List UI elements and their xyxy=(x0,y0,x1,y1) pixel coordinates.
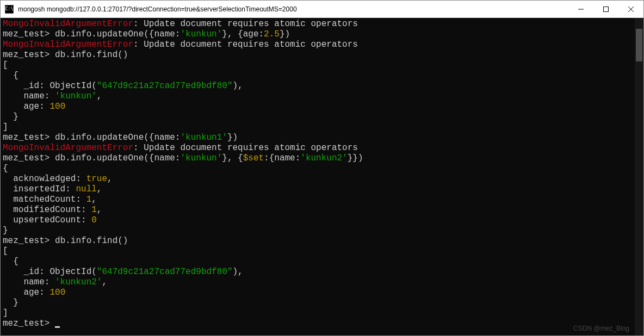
cmd-text: db.info.updateOne({ xyxy=(49,29,154,39)
comma: , xyxy=(91,195,97,204)
ack-key: acknowledged: xyxy=(3,174,86,184)
key: name xyxy=(154,153,175,163)
scrollbar-thumb[interactable] xyxy=(636,29,642,61)
error-msg: : Update document requires atomic operat… xyxy=(133,19,358,29)
ups-key: upsertedCount: xyxy=(3,215,91,225)
cursor xyxy=(55,326,60,328)
age-key: age: xyxy=(3,288,49,297)
operator: $set xyxy=(243,153,264,163)
prompt: mez_test> xyxy=(3,133,49,142)
cmd-text: db.info.find() xyxy=(49,50,128,60)
number-val: 0 xyxy=(91,215,97,225)
terminal-output[interactable]: MongoInvalidArgumentError: Update docume… xyxy=(1,18,635,335)
bool-val: true xyxy=(86,174,107,184)
close-icon xyxy=(628,7,634,12)
string-val: 'kunkun2' xyxy=(300,153,347,163)
error-text: MongoInvalidArgumentError xyxy=(3,19,133,29)
brace: } xyxy=(3,112,18,122)
number-val: 100 xyxy=(49,288,65,297)
string-val: 'kunkun' xyxy=(180,153,222,163)
close: ), xyxy=(232,81,243,91)
window-title: mongosh mongodb://127.0.0.1:27017/?direc… xyxy=(18,5,568,13)
error-text: MongoInvalidArgumentError xyxy=(3,40,133,49)
brace: { xyxy=(3,257,18,266)
colon: : xyxy=(259,29,264,39)
id-key: _id: xyxy=(3,81,49,91)
bracket: [ xyxy=(3,246,8,256)
string-val: 'kunkun2' xyxy=(55,277,102,287)
name-key: name: xyxy=(3,277,55,287)
match-key: matchedCount: xyxy=(3,195,86,204)
fn: ObjectId( xyxy=(49,81,96,91)
number-val: 1 xyxy=(91,205,97,215)
cmd-text: db.info.updateOne({ xyxy=(49,153,154,163)
cmd-text: }) xyxy=(227,133,238,142)
maximize-icon xyxy=(603,7,609,12)
comma: , xyxy=(97,91,102,101)
brace: } xyxy=(3,298,18,308)
comma: , xyxy=(102,277,107,287)
name-key: name: xyxy=(3,91,55,101)
string-val: 'kunkun' xyxy=(180,29,222,39)
cmd-text: :{ xyxy=(264,153,274,163)
minimize-icon xyxy=(578,7,584,12)
error-text: MongoInvalidArgumentError xyxy=(3,143,133,153)
prompt: mez_test> xyxy=(3,319,49,328)
prompt: mez_test> xyxy=(3,236,49,246)
comma: , xyxy=(97,205,102,215)
mod-key: modifiedCount: xyxy=(3,205,91,215)
string-val: 'kunkun' xyxy=(55,91,97,101)
brace: } xyxy=(3,226,8,235)
close-button[interactable] xyxy=(618,1,643,17)
number-val: 1 xyxy=(86,195,92,204)
bracket: ] xyxy=(3,122,8,132)
close: ), xyxy=(232,267,243,277)
terminal-wrapper: MongoInvalidArgumentError: Update docume… xyxy=(1,18,643,335)
svg-rect-1 xyxy=(604,7,609,11)
string-val: "647d9c21a27cad77ed9bdf80" xyxy=(97,267,233,277)
comma: , xyxy=(107,174,113,184)
fn: ObjectId( xyxy=(49,267,96,277)
comma: , xyxy=(97,184,102,194)
cmd-text: }, { xyxy=(222,153,243,163)
maximize-button[interactable] xyxy=(593,1,618,17)
brace: { xyxy=(3,164,8,173)
prompt: mez_test> xyxy=(3,29,49,39)
watermark: CSDN @mez_Blog xyxy=(573,325,629,332)
brace: { xyxy=(3,71,18,80)
cmd-text: }, { xyxy=(222,29,243,39)
age-key: age: xyxy=(3,102,49,111)
error-msg: : Update document requires atomic operat… xyxy=(133,40,358,49)
bracket: ] xyxy=(3,308,8,318)
prompt: mez_test> xyxy=(3,50,49,60)
key: age xyxy=(243,29,259,39)
titlebar[interactable]: C:\ mongosh mongodb://127.0.0.1:27017/?d… xyxy=(1,1,643,18)
key: name xyxy=(274,153,295,163)
id-key: _id: xyxy=(3,267,49,277)
window-controls xyxy=(568,1,643,17)
key: name xyxy=(154,29,175,39)
space xyxy=(49,319,55,328)
terminal-window: C:\ mongosh mongodb://127.0.0.1:27017/?d… xyxy=(0,0,644,336)
key: name xyxy=(154,133,175,142)
prompt: mez_test> xyxy=(3,153,49,163)
scrollbar[interactable] xyxy=(635,18,643,335)
cmd-text: db.info.updateOne({ xyxy=(49,133,154,142)
null-val: null xyxy=(76,184,96,194)
bracket: [ xyxy=(3,60,8,70)
ins-key: insertedId: xyxy=(3,184,76,194)
error-msg: : Update document requires atomic operat… xyxy=(133,143,358,153)
minimize-button[interactable] xyxy=(568,1,593,17)
string-val: "647d9c21a27cad77ed9bdf80" xyxy=(97,81,233,91)
colon: : xyxy=(295,153,301,163)
cmd-text: }) xyxy=(280,29,290,39)
cmd-icon: C:\ xyxy=(5,5,14,14)
string-val: 'kunkun1' xyxy=(180,133,227,142)
cmd-text: db.info.find() xyxy=(49,236,128,246)
cmd-text: }}) xyxy=(348,153,363,163)
number-val: 100 xyxy=(49,102,65,111)
number-val: 2.5 xyxy=(264,29,280,39)
